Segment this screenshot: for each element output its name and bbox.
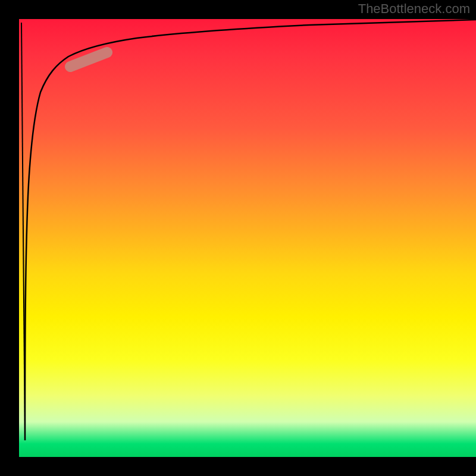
- plot-gradient-background: [19, 19, 476, 457]
- watermark-text: TheBottleneck.com: [358, 1, 470, 17]
- axis-bottom-border: [0, 457, 476, 476]
- axis-left-border: [0, 0, 19, 476]
